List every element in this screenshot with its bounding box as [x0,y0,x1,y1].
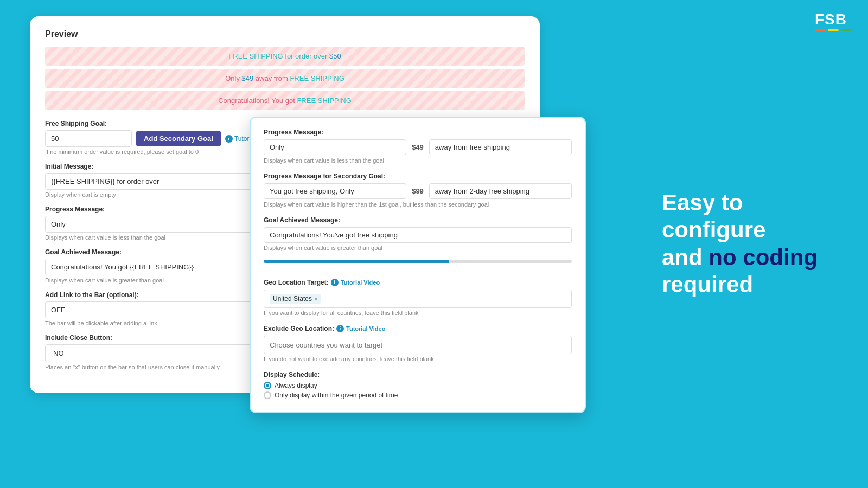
preview-title: Preview [45,29,525,39]
logo-underlines [815,29,852,31]
radio-always-label: Always display [275,382,317,389]
marketing-line2: configure [662,217,765,243]
geo-tag-united-states[interactable]: United States × [270,294,321,304]
bar2-text1: Only [225,74,241,82]
bar2-text3: FREE SHIPPING [290,74,344,82]
overlay-progress-suffix[interactable] [429,139,572,155]
preview-bars: FREE SHIPPING for order over $50 Only $4… [45,47,525,110]
overlay-goal-achieved-input[interactable] [264,227,572,243]
overlay-secondary-price: $99 [412,187,424,195]
geo-location-label: Geo Location Target: i Tutorial Video [264,279,572,286]
overlay-goal-achieved-label: Goal Achieved Message: [264,216,572,224]
geo-location-section: Geo Location Target: i Tutorial Video Un… [264,279,572,316]
logo-text: FSB [815,11,847,28]
geo-tag-remove[interactable]: × [314,296,317,302]
geo-tutorial-icon: i [331,279,339,286]
overlay-secondary-input[interactable] [264,183,406,199]
overlay-card: Progress Message: $49 Displays when cart… [250,117,586,413]
preview-bar-1: FREE SHIPPING for order over $50 [45,47,525,66]
logo-line-orange [815,29,826,31]
exclude-geo-hint: If you do not want to exclude any countr… [264,356,572,362]
bar1-amount: $50 [329,52,341,60]
marketing-line3b: no coding [709,245,818,270]
radio-period-label: Only display within the given period of … [275,391,398,399]
radio-always-row[interactable]: Always display [264,382,572,389]
exclude-tutorial-link[interactable]: Tutorial Video [346,325,385,332]
radio-always-dot[interactable] [264,382,271,389]
geo-hint: If you want to display for all countries… [264,310,572,316]
scroll-indicator [264,260,572,263]
exclude-geo-label: Exclude Geo Location: i Tutorial Video [264,325,572,332]
bar3-text1: Congratulations! You got [218,97,297,105]
bar2-text2: away from [253,74,290,82]
geo-tag-input[interactable]: United States × [264,290,572,308]
geo-location-text: Geo Location Target: [264,279,329,286]
overlay-goal-achieved-hint: Displays when cart value is greater than… [264,245,572,251]
marketing-line4: required [662,272,753,297]
overlay-progress-label: Progress Message: [264,129,572,136]
fsb-logo: FSB [815,11,852,31]
radio-period-row[interactable]: Only display within the given period of … [264,391,572,399]
exclude-tutorial-icon: i [336,325,344,332]
marketing-line3a: and [662,245,709,270]
overlay-progress-input[interactable] [264,139,406,155]
geo-tutorial-link[interactable]: Tutorial Video [341,279,380,286]
exclude-geo-input[interactable] [264,336,572,354]
overlay-progress-section: Progress Message: $49 Displays when cart… [264,129,572,164]
overlay-progress-row: $49 [264,139,572,155]
logo-line-green [841,29,852,31]
preview-bar-2: Only $49 away from FREE SHIPPING [45,69,525,88]
exclude-geo-text: Exclude Geo Location: [264,325,334,332]
bar1-text1: FREE SHIPPING for order over [228,52,329,60]
tutorial-icon: i [225,135,233,143]
overlay-secondary-label: Progress Message for Secondary Goal: [264,172,572,180]
marketing-text: Easy to configure and no coding required [662,189,835,299]
free-shipping-goal-input[interactable] [45,130,132,147]
overlay-secondary-hint: Displays when cart value is higher than … [264,201,572,208]
overlay-secondary-suffix[interactable] [429,183,572,199]
bar2-amount: $49 [242,74,254,82]
divider [264,271,572,271]
marketing-line1: Easy to [662,190,743,215]
bar3-text2: FREE SHIPPING [297,97,351,105]
add-secondary-goal-button[interactable]: Add Secondary Goal [136,131,221,146]
preview-bar-3: Congratulations! You got FREE SHIPPING [45,91,525,110]
overlay-goal-achieved-section: Goal Achieved Message: Displays when car… [264,216,572,251]
logo-line-yellow [828,29,839,31]
overlay-progress-hint: Displays when cart value is less than th… [264,157,572,164]
radio-period-dot[interactable] [264,391,271,399]
overlay-secondary-row: $99 [264,183,572,199]
display-schedule-label: Display Schedule: [264,371,572,378]
exclude-geo-section: Exclude Geo Location: i Tutorial Video I… [264,325,572,362]
overlay-progress-price: $49 [412,143,424,151]
overlay-secondary-section: Progress Message for Secondary Goal: $99… [264,172,572,208]
geo-tag-text: United States [273,295,312,303]
display-schedule-section: Display Schedule: Always display Only di… [264,371,572,399]
